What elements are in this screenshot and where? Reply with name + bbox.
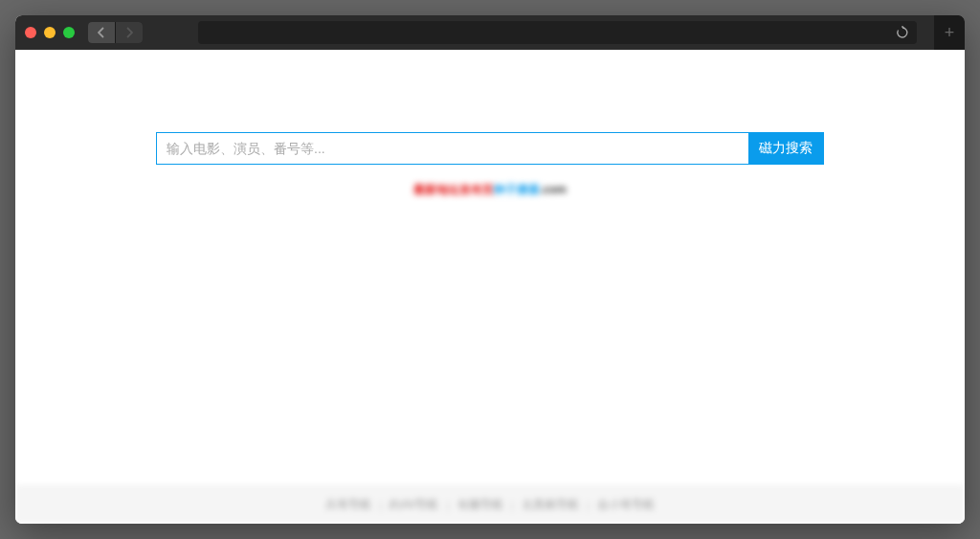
window-close-button[interactable] (25, 27, 36, 38)
nav-forward-button[interactable] (116, 22, 143, 43)
browser-window: + 磁力搜索 最新地址发布页种子搜索.com 兵哥导航 | 約AV导航 | 有圖… (15, 15, 965, 524)
notice-text-blue: 种子搜索 (494, 183, 540, 196)
footer: 兵哥导航 | 約AV导航 | 有圖导航 | 太真粮导航 | 会小哥导航 (15, 485, 965, 524)
page-content: 磁力搜索 最新地址发布页种子搜索.com 兵哥导航 | 約AV导航 | 有圖导航… (15, 50, 965, 524)
footer-link[interactable]: 兵哥导航 (325, 497, 371, 513)
footer-link[interactable]: 有圖导航 (457, 497, 503, 513)
footer-separator: | (511, 499, 514, 512)
footer-link[interactable]: 約AV导航 (390, 497, 438, 513)
footer-separator: | (587, 499, 590, 512)
window-minimize-button[interactable] (44, 27, 56, 38)
new-tab-button[interactable]: + (934, 15, 965, 50)
footer-link[interactable]: 会小哥导航 (597, 497, 655, 513)
search-container: 磁力搜索 (156, 132, 824, 165)
nav-buttons (88, 22, 143, 43)
notice-text-red: 最新地址发布页 (413, 183, 494, 196)
notice-text-black: .com (540, 183, 567, 196)
search-area: 磁力搜索 (15, 132, 965, 165)
browser-toolbar: + (15, 15, 965, 50)
nav-back-button[interactable] (88, 22, 115, 43)
footer-link[interactable]: 太真粮导航 (522, 497, 579, 513)
footer-separator: | (446, 499, 449, 512)
url-bar[interactable] (198, 21, 917, 44)
footer-separator: | (379, 499, 382, 512)
search-button[interactable]: 磁力搜索 (748, 133, 823, 164)
reload-button[interactable] (894, 24, 911, 41)
window-maximize-button[interactable] (63, 27, 75, 38)
traffic-lights (25, 27, 75, 38)
search-input[interactable] (157, 133, 748, 164)
notice-line: 最新地址发布页种子搜索.com (15, 182, 965, 198)
